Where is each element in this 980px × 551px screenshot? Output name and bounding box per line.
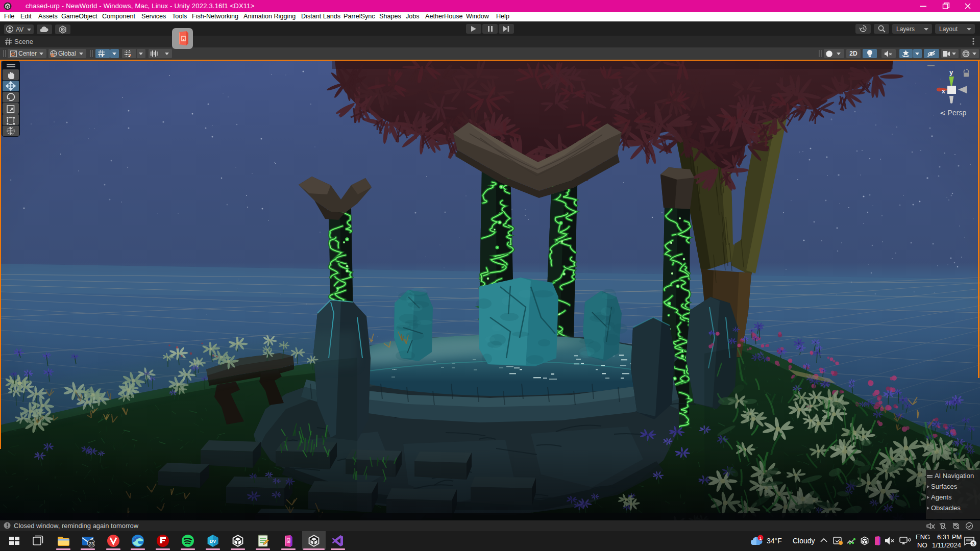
- svg-text:⋖ Persp: ⋖ Persp: [940, 109, 966, 117]
- svg-text:1: 1: [759, 536, 762, 541]
- svg-text:y: y: [949, 68, 953, 76]
- svg-text:Y: Y: [101, 54, 104, 58]
- svg-text:3: 3: [972, 541, 974, 546]
- svg-text:23: 23: [89, 541, 94, 546]
- svg-text:DV: DV: [210, 539, 216, 544]
- svg-text:x: x: [942, 88, 945, 95]
